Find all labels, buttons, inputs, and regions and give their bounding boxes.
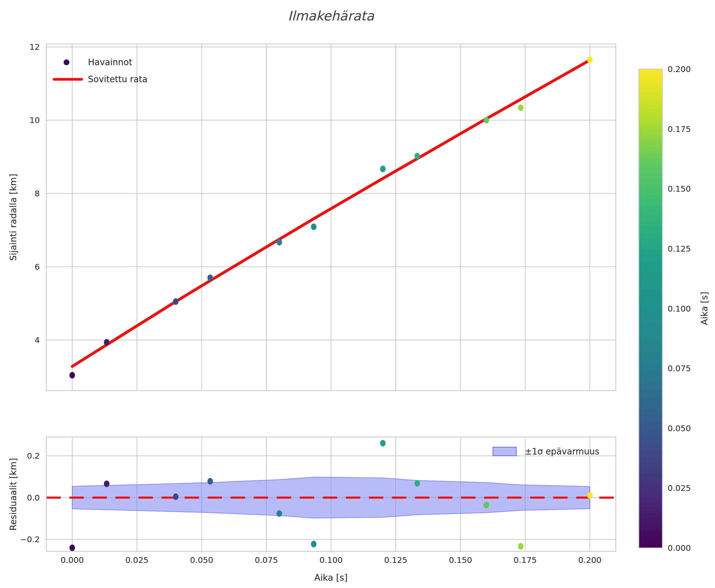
x-tick-labels: 0.0000.0250.0500.0750.1000.1250.1500.175… — [61, 555, 602, 565]
chart-title: Ilmakehärata — [288, 8, 374, 24]
y-tick-label: 0.2 — [27, 451, 40, 461]
observation-point — [518, 104, 524, 111]
colorbar-tick-label: 0.200 — [668, 64, 691, 74]
observation-point — [587, 57, 593, 63]
colorbar-tick-label: 0.150 — [668, 184, 691, 193]
colorbar-gradient — [639, 69, 663, 548]
y-tick-label: 10 — [29, 115, 40, 125]
x-tick-label: 0.075 — [255, 555, 278, 565]
observation-point — [104, 339, 109, 345]
colorbar-tick-label: 0.050 — [668, 424, 691, 433]
x-tick-label: 0.025 — [125, 555, 149, 565]
residual-point — [207, 478, 213, 485]
observation-point — [173, 298, 178, 305]
observation-point — [69, 372, 75, 379]
observation-point — [415, 153, 420, 160]
residual-axes: −0.20.00.2 0.0000.0250.0500.0750.1000.12… — [8, 437, 616, 583]
x-tick-label: 0.175 — [514, 555, 537, 565]
colorbar: 0.0000.0250.0500.0750.1000.1250.1500.175… — [639, 64, 710, 553]
x-tick-label: 0.050 — [190, 555, 213, 565]
x-tick-label: 0.150 — [449, 555, 472, 565]
residual-point — [311, 541, 317, 547]
y-tick-label: 12 — [29, 42, 40, 51]
legend-band-patch-icon — [493, 447, 516, 456]
observation-point — [484, 117, 489, 124]
top-ytick-labels: 4681012 — [29, 42, 40, 345]
residual-point — [587, 492, 593, 499]
residual-point — [415, 480, 420, 487]
residual-point — [69, 545, 75, 551]
residual-legend: ±1σ epävarmuus — [493, 446, 599, 457]
top-axes: 4681012 Havainnot Sovitettu rata Sijaint… — [8, 42, 616, 391]
observation-point — [276, 239, 282, 246]
legend-observations-marker-icon — [64, 59, 69, 65]
x-tick-label: 0.000 — [61, 555, 84, 565]
top-y-axis-label: Sijainti radalla [km] — [8, 174, 18, 261]
residual-y-axis-label: Residuaalit [km] — [8, 458, 18, 530]
y-tick-label: −0.2 — [20, 534, 40, 544]
x-tick-label: 0.125 — [384, 555, 407, 565]
figure: Ilmakehärata 4681012 Havainnot Sovitettu… — [0, 0, 715, 588]
legend-fit-label: Sovitettu rata — [88, 74, 147, 84]
legend-band-label: ±1σ epävarmuus — [525, 446, 599, 457]
colorbar-tick-label: 0.125 — [668, 244, 691, 253]
y-tick-label: 4 — [35, 335, 40, 345]
y-tick-label: 6 — [35, 262, 40, 272]
observation-point — [380, 166, 386, 172]
x-tick-label: 0.100 — [319, 555, 343, 565]
residual-point — [484, 502, 489, 508]
colorbar-tick-label: 0.000 — [668, 543, 691, 553]
observation-point — [311, 224, 317, 230]
colorbar-label: Aika [s] — [699, 292, 710, 325]
colorbar-tick-label: 0.025 — [668, 483, 691, 493]
colorbar-tick-label: 0.075 — [668, 364, 691, 373]
colorbar-tick-label: 0.100 — [668, 304, 691, 313]
chart-canvas: Ilmakehärata 4681012 Havainnot Sovitettu… — [0, 0, 715, 588]
x-tick-label: 0.200 — [579, 555, 602, 565]
residual-point — [518, 543, 524, 549]
residual-point — [380, 440, 386, 446]
observation-point — [207, 274, 213, 281]
colorbar-tick-labels: 0.0000.0250.0500.0750.1000.1250.1500.175… — [668, 64, 691, 553]
residual-ytick-labels: −0.20.00.2 — [20, 451, 40, 544]
residual-point — [276, 510, 282, 517]
x-axis-label: Aika [s] — [314, 572, 348, 583]
y-tick-label: 8 — [35, 189, 40, 198]
legend-observations-label: Havainnot — [88, 57, 132, 67]
residual-point — [173, 493, 178, 500]
y-tick-label: 0.0 — [27, 493, 40, 502]
colorbar-tick-label: 0.175 — [668, 124, 691, 134]
residual-point — [104, 480, 109, 487]
